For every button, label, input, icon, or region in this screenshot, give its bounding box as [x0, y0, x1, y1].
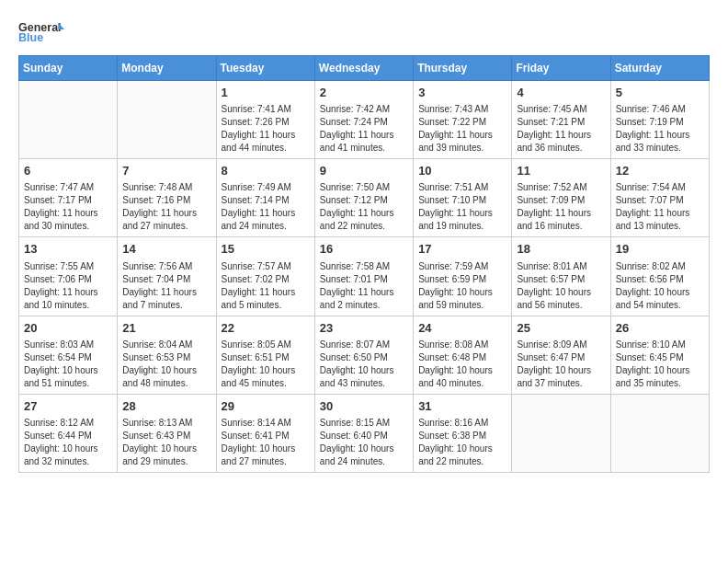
- day-number: 20: [24, 320, 112, 337]
- day-number: 11: [517, 163, 605, 179]
- day-number: 25: [517, 320, 605, 337]
- calendar-cell: 25Sunrise: 8:09 AM Sunset: 6:47 PM Dayli…: [512, 316, 610, 394]
- calendar-cell: 4Sunrise: 7:45 AM Sunset: 7:21 PM Daylig…: [512, 81, 610, 159]
- day-info: Sunrise: 8:12 AM Sunset: 6:44 PM Dayligh…: [24, 417, 112, 468]
- calendar-cell: 26Sunrise: 8:10 AM Sunset: 6:45 PM Dayli…: [610, 316, 709, 394]
- day-number: 27: [24, 398, 112, 415]
- calendar-cell: 29Sunrise: 8:14 AM Sunset: 6:41 PM Dayli…: [216, 394, 314, 472]
- day-number: 2: [320, 85, 408, 101]
- day-number: 3: [418, 85, 506, 101]
- calendar-cell: 30Sunrise: 8:15 AM Sunset: 6:40 PM Dayli…: [314, 394, 413, 472]
- day-number: 21: [122, 320, 210, 337]
- calendar-cell: 31Sunrise: 8:16 AM Sunset: 6:38 PM Dayli…: [414, 394, 512, 472]
- day-info: Sunrise: 8:02 AM Sunset: 6:56 PM Dayligh…: [616, 260, 704, 312]
- day-info: Sunrise: 7:58 AM Sunset: 7:01 PM Dayligh…: [320, 260, 408, 312]
- calendar-cell: 22Sunrise: 8:05 AM Sunset: 6:51 PM Dayli…: [216, 316, 314, 394]
- day-info: Sunrise: 8:08 AM Sunset: 6:48 PM Dayligh…: [418, 339, 506, 390]
- day-number: 9: [320, 163, 408, 179]
- calendar-cell: 20Sunrise: 8:03 AM Sunset: 6:54 PM Dayli…: [19, 316, 118, 394]
- day-number: 18: [517, 241, 605, 258]
- calendar-cell: 5Sunrise: 7:46 AM Sunset: 7:19 PM Daylig…: [610, 81, 709, 159]
- calendar-cell: [19, 81, 118, 159]
- calendar-cell: 2Sunrise: 7:42 AM Sunset: 7:24 PM Daylig…: [314, 81, 413, 159]
- day-of-week-sunday: Sunday: [19, 56, 118, 81]
- day-info: Sunrise: 7:43 AM Sunset: 7:22 PM Dayligh…: [418, 103, 506, 155]
- day-number: 8: [222, 163, 310, 179]
- day-number: 17: [418, 241, 506, 258]
- day-number: 4: [517, 85, 605, 101]
- day-info: Sunrise: 7:50 AM Sunset: 7:12 PM Dayligh…: [320, 181, 408, 233]
- calendar-cell: 18Sunrise: 8:01 AM Sunset: 6:57 PM Dayli…: [512, 237, 610, 316]
- svg-text:Blue: Blue: [18, 31, 43, 44]
- calendar-cell: 16Sunrise: 7:58 AM Sunset: 7:01 PM Dayli…: [314, 237, 413, 316]
- day-info: Sunrise: 7:51 AM Sunset: 7:10 PM Dayligh…: [418, 181, 506, 233]
- day-info: Sunrise: 8:13 AM Sunset: 6:43 PM Dayligh…: [122, 417, 210, 468]
- day-info: Sunrise: 8:15 AM Sunset: 6:40 PM Dayligh…: [320, 417, 408, 468]
- day-number: 12: [616, 163, 704, 179]
- day-info: Sunrise: 7:59 AM Sunset: 6:59 PM Dayligh…: [418, 260, 506, 312]
- day-info: Sunrise: 8:14 AM Sunset: 6:41 PM Dayligh…: [222, 417, 310, 468]
- calendar-cell: 27Sunrise: 8:12 AM Sunset: 6:44 PM Dayli…: [19, 394, 118, 472]
- calendar-cell: 10Sunrise: 7:51 AM Sunset: 7:10 PM Dayli…: [414, 159, 512, 237]
- day-number: 22: [222, 320, 310, 337]
- day-number: 7: [122, 163, 210, 179]
- calendar-cell: 28Sunrise: 8:13 AM Sunset: 6:43 PM Dayli…: [118, 394, 216, 472]
- calendar-cell: 17Sunrise: 7:59 AM Sunset: 6:59 PM Dayli…: [414, 237, 512, 316]
- day-of-week-monday: Monday: [118, 56, 216, 81]
- day-of-week-thursday: Thursday: [414, 56, 512, 81]
- calendar-table: SundayMondayTuesdayWednesdayThursdayFrid…: [18, 55, 710, 473]
- day-number: 13: [24, 241, 112, 258]
- calendar-cell: 11Sunrise: 7:52 AM Sunset: 7:09 PM Dayli…: [512, 159, 610, 237]
- day-info: Sunrise: 8:07 AM Sunset: 6:50 PM Dayligh…: [320, 339, 408, 390]
- day-info: Sunrise: 7:46 AM Sunset: 7:19 PM Dayligh…: [616, 103, 704, 155]
- day-number: 29: [222, 398, 310, 415]
- calendar-cell: 21Sunrise: 8:04 AM Sunset: 6:53 PM Dayli…: [118, 316, 216, 394]
- calendar-cell: [512, 394, 610, 472]
- day-info: Sunrise: 8:09 AM Sunset: 6:47 PM Dayligh…: [517, 339, 605, 390]
- day-number: 31: [418, 398, 506, 415]
- day-info: Sunrise: 7:42 AM Sunset: 7:24 PM Dayligh…: [320, 103, 408, 155]
- day-number: 1: [222, 85, 310, 101]
- calendar-cell: 19Sunrise: 8:02 AM Sunset: 6:56 PM Dayli…: [610, 237, 709, 316]
- day-number: 30: [320, 398, 408, 415]
- calendar-cell: 9Sunrise: 7:50 AM Sunset: 7:12 PM Daylig…: [314, 159, 413, 237]
- day-number: 5: [616, 85, 704, 101]
- calendar-cell: [118, 81, 216, 159]
- day-of-week-wednesday: Wednesday: [314, 56, 413, 81]
- day-number: 6: [24, 163, 112, 179]
- day-info: Sunrise: 7:47 AM Sunset: 7:17 PM Dayligh…: [24, 181, 112, 233]
- day-number: 28: [122, 398, 210, 415]
- day-info: Sunrise: 8:10 AM Sunset: 6:45 PM Dayligh…: [616, 339, 704, 390]
- day-info: Sunrise: 8:04 AM Sunset: 6:53 PM Dayligh…: [122, 339, 210, 390]
- calendar-cell: 8Sunrise: 7:49 AM Sunset: 7:14 PM Daylig…: [216, 159, 314, 237]
- day-info: Sunrise: 7:55 AM Sunset: 7:06 PM Dayligh…: [24, 260, 112, 312]
- calendar-cell: [610, 394, 709, 472]
- week-row-3: 13Sunrise: 7:55 AM Sunset: 7:06 PM Dayli…: [19, 237, 710, 316]
- day-info: Sunrise: 7:56 AM Sunset: 7:04 PM Dayligh…: [122, 260, 210, 312]
- week-row-4: 20Sunrise: 8:03 AM Sunset: 6:54 PM Dayli…: [19, 316, 710, 394]
- calendar-cell: 7Sunrise: 7:48 AM Sunset: 7:16 PM Daylig…: [118, 159, 216, 237]
- day-info: Sunrise: 7:49 AM Sunset: 7:14 PM Dayligh…: [222, 181, 310, 233]
- day-number: 14: [122, 241, 210, 258]
- day-of-week-saturday: Saturday: [610, 56, 709, 81]
- day-info: Sunrise: 7:57 AM Sunset: 7:02 PM Dayligh…: [222, 260, 310, 312]
- day-number: 16: [320, 241, 408, 258]
- day-number: 15: [222, 241, 310, 258]
- day-number: 23: [320, 320, 408, 337]
- day-number: 24: [418, 320, 506, 337]
- day-info: Sunrise: 7:41 AM Sunset: 7:26 PM Dayligh…: [222, 103, 310, 155]
- day-info: Sunrise: 8:03 AM Sunset: 6:54 PM Dayligh…: [24, 339, 112, 390]
- day-number: 10: [418, 163, 506, 179]
- calendar-cell: 24Sunrise: 8:08 AM Sunset: 6:48 PM Dayli…: [414, 316, 512, 394]
- calendar-cell: 13Sunrise: 7:55 AM Sunset: 7:06 PM Dayli…: [19, 237, 118, 316]
- day-info: Sunrise: 7:54 AM Sunset: 7:07 PM Dayligh…: [616, 181, 704, 233]
- week-row-1: 1Sunrise: 7:41 AM Sunset: 7:26 PM Daylig…: [19, 81, 710, 159]
- day-of-week-friday: Friday: [512, 56, 610, 81]
- day-number: 26: [616, 320, 704, 337]
- day-info: Sunrise: 8:01 AM Sunset: 6:57 PM Dayligh…: [517, 260, 605, 312]
- calendar-cell: 6Sunrise: 7:47 AM Sunset: 7:17 PM Daylig…: [19, 159, 118, 237]
- day-info: Sunrise: 7:52 AM Sunset: 7:09 PM Dayligh…: [517, 181, 605, 233]
- day-info: Sunrise: 7:45 AM Sunset: 7:21 PM Dayligh…: [517, 103, 605, 155]
- calendar-cell: 12Sunrise: 7:54 AM Sunset: 7:07 PM Dayli…: [610, 159, 709, 237]
- day-info: Sunrise: 7:48 AM Sunset: 7:16 PM Dayligh…: [122, 181, 210, 233]
